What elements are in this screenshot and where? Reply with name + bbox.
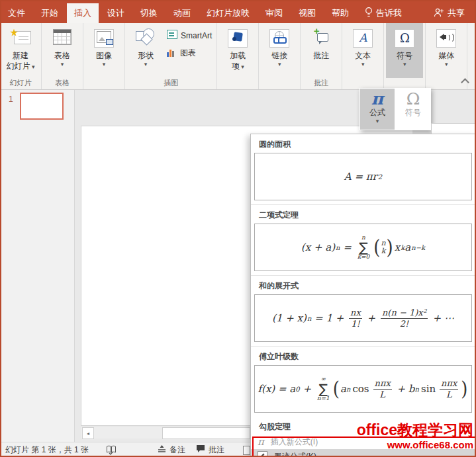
button-label: 加载 xyxy=(230,50,246,61)
equation-gallery-item[interactable]: f(x) = a0 + ∞∑n=1(ancosnπxL + bnsinnπxL) xyxy=(254,365,472,413)
tab-label: 开始 xyxy=(41,7,58,19)
flyout-item-label: 公式 xyxy=(369,108,385,118)
images-button[interactable]: 图像▾ xyxy=(85,23,122,78)
tab-label: 设计 xyxy=(107,7,124,19)
tab-label: 动画 xyxy=(173,7,191,19)
equation-gallery-item[interactable]: (1 + x)n = 1 + nx1! + n(n − 1)x²2! + ⋯ xyxy=(254,294,472,342)
tab-幻灯片放映[interactable]: 幻灯片放映 xyxy=(199,3,257,23)
menu-item-label: 墨迹公式(K) xyxy=(274,451,316,457)
tab-label: 插入 xyxy=(74,7,91,19)
button-label: 项 ▾ xyxy=(232,61,244,71)
ribbon-group-插图: 形状▾SmartArt图表插图 xyxy=(125,23,217,89)
comment-button[interactable]: +批注 xyxy=(303,23,340,78)
group-label xyxy=(219,78,256,89)
dropdown-arrow-icon: ▾ xyxy=(61,61,64,67)
menu-item-墨迹公式(K)[interactable]: 墨迹公式(K) xyxy=(251,449,475,457)
button-label: 幻灯片 ▾ xyxy=(6,61,34,71)
pi-glyph-icon: π xyxy=(371,90,383,108)
slide-thumbnail[interactable] xyxy=(20,93,64,120)
tab-插入[interactable]: 插入 xyxy=(67,3,99,23)
scrollbar-thumb[interactable] xyxy=(162,427,250,439)
flyout-符号-button: Ω符号 xyxy=(396,89,430,130)
tab-label: 共享 xyxy=(448,7,465,19)
equation: A = πr2 xyxy=(344,171,382,183)
ribbon-group: A文本▾ xyxy=(342,23,384,89)
addins-icon xyxy=(232,32,244,46)
button-label: 媒体 xyxy=(438,50,454,61)
symbol-icon: Ω xyxy=(400,32,410,45)
tab-动画[interactable]: 动画 xyxy=(166,3,198,23)
new-slide-button[interactable]: 新建幻灯片 ▾ xyxy=(2,23,39,78)
group-label: 表格 xyxy=(44,78,81,89)
symbols-button[interactable]: Ω符号▾ xyxy=(386,23,423,78)
links-button[interactable]: 链接▾ xyxy=(261,23,298,78)
equation-section: 二项式定理(x + a)n = n∑k=0(nk)xkan−k xyxy=(251,204,475,275)
comments-toggle[interactable]: 批注 xyxy=(196,444,224,456)
group-label: 幻灯片 xyxy=(2,78,39,89)
horizontal-scrollbar[interactable]: ◂ xyxy=(81,427,250,438)
slide-number: 1 xyxy=(9,95,13,104)
equation-section: 傅立叶级数f(x) = a0 + ∞∑n=1(ancosnπxL + bnsin… xyxy=(251,346,475,417)
scroll-left-arrow-icon[interactable]: ◂ xyxy=(82,427,94,439)
equation-section-title: 和的展开式 xyxy=(259,281,472,291)
equation-gallery-item[interactable]: (x + a)n = n∑k=0(nk)xkan−k xyxy=(254,224,472,271)
flyout-公式-button[interactable]: π公式▾ xyxy=(360,89,395,130)
addins-button[interactable]: 加载项 ▾ xyxy=(219,23,256,78)
equation-menu-top-edge xyxy=(431,123,476,134)
menu-item-插入新公式(I)[interactable]: π插入新公式(I) xyxy=(251,435,475,448)
notes-toggle[interactable]: 备注 xyxy=(158,444,185,456)
button-label: 表格 xyxy=(54,50,70,61)
text-icon: A xyxy=(359,32,367,44)
group-label xyxy=(85,78,122,89)
slide-thumbnail-panel: 1 xyxy=(0,89,75,442)
button-label: 图像 xyxy=(96,50,112,61)
powerpoint-window: 文件开始插入设计切换动画幻灯片放映审阅视图帮助告诉我共享 新建幻灯片 ▾幻灯片表… xyxy=(0,0,476,457)
tab-label: 帮助 xyxy=(332,7,349,19)
tab-切换[interactable]: 切换 xyxy=(133,3,165,23)
shapes-button[interactable]: 形状▾ xyxy=(127,23,164,78)
chart-icon xyxy=(167,48,177,59)
smartart-button[interactable]: SmartArt xyxy=(167,30,212,41)
dropdown-arrow-icon: ▾ xyxy=(376,118,379,124)
view-settings-icon-partial[interactable] xyxy=(243,446,250,455)
equation-section: 勾股定理 xyxy=(251,417,475,432)
tab-共享[interactable]: 共享 xyxy=(426,3,472,23)
tab-label: 幻灯片放映 xyxy=(207,7,250,19)
button-label: 链接 xyxy=(271,50,287,61)
group-label: 批注 xyxy=(303,78,340,89)
ribbon-group: 链接▾ xyxy=(259,23,301,89)
button-label: 新建 xyxy=(13,50,28,61)
lightbulb-icon xyxy=(365,7,373,20)
spellcheck-icon[interactable] xyxy=(106,445,117,455)
tab-视图[interactable]: 视图 xyxy=(291,3,323,23)
equation-section: 和的展开式(1 + x)n = 1 + nx1! + n(n − 1)x²2! … xyxy=(251,275,475,346)
tab-帮助[interactable]: 帮助 xyxy=(324,3,356,23)
notes-icon xyxy=(158,444,166,455)
ribbon: 新建幻灯片 ▾幻灯片表格▾表格图像▾形状▾SmartArt图表插图加载项 ▾链接… xyxy=(0,23,476,90)
equation-gallery-item[interactable]: A = πr2 xyxy=(254,153,472,200)
tab-告诉我[interactable]: 告诉我 xyxy=(357,3,409,23)
shapes-icon xyxy=(136,28,156,49)
text-button[interactable]: A文本▾ xyxy=(344,23,381,78)
pi-icon: π xyxy=(258,436,264,448)
equation-section-title: 二项式定理 xyxy=(259,210,472,220)
dropdown-arrow-icon: ▾ xyxy=(403,61,406,67)
link-icon xyxy=(273,31,286,46)
button-label: SmartArt xyxy=(181,31,212,40)
button-label: 形状 xyxy=(138,50,154,61)
media-button[interactable]: 媒体▾ xyxy=(428,23,465,78)
button-label: 图表 xyxy=(180,48,196,59)
tab-开始[interactable]: 开始 xyxy=(34,3,66,23)
tab-文件[interactable]: 文件 xyxy=(1,3,32,23)
dropdown-arrow-icon: ▾ xyxy=(30,63,34,70)
ribbon-group-表格: 表格▾表格 xyxy=(42,23,83,89)
tab-设计[interactable]: 设计 xyxy=(100,3,132,23)
chart-button[interactable]: 图表 xyxy=(167,48,212,59)
flyout-item-label: 符号 xyxy=(405,108,421,118)
menu-item-label: 插入新公式(I) xyxy=(271,436,318,448)
share-person-icon xyxy=(434,8,444,19)
tab-label: 文件 xyxy=(8,7,25,19)
table-button[interactable]: 表格▾ xyxy=(44,23,81,78)
group-label: 插图 xyxy=(127,78,214,89)
tab-审阅[interactable]: 审阅 xyxy=(258,3,290,23)
